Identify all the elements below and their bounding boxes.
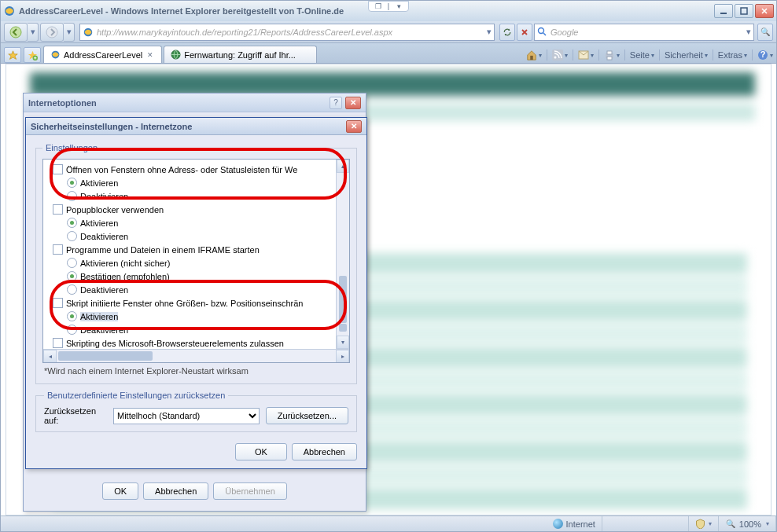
setting-iframe-launch[interactable]: Programme und Dateien in einem IFRAME st… [48,243,336,256]
horizontal-scrollbar[interactable]: ◂ ▸ [43,349,349,362]
setting-popup-blocker[interactable]: Popupblocker verwenden [48,203,336,216]
home-button[interactable]: ▾ [526,50,542,61]
option-deactivate[interactable]: Deaktivieren [48,283,336,296]
address-fav-icon [83,27,94,38]
setting-browser-control-scripting[interactable]: Skripting des Microsoft-Browsersteuerele… [48,336,336,349]
svg-rect-17 [607,57,612,60]
svg-point-6 [539,28,544,34]
help-button[interactable]: ?▾ [757,50,773,61]
ok-button[interactable]: OK [102,482,138,500]
globe-icon [553,519,563,529]
vertical-scrollbar[interactable]: ▴ ▾ [336,160,349,349]
option-activate[interactable]: Aktivieren [48,216,336,229]
forward-button[interactable] [40,23,64,42]
scroll-down-icon[interactable]: ▾ [337,336,349,349]
address-bar[interactable]: http://www.marykayintouch.de/reporting21… [79,24,495,41]
search-placeholder: Google [551,28,746,37]
stop-button[interactable] [517,24,532,41]
command-bar: ▾ ▾ ▾ ▾ Seite▾ Sicherheit▾ Extras▾ ?▾ [526,50,773,63]
mini-expand-icon[interactable]: ▾ [394,2,403,10]
reset-button[interactable]: Zurücksetzen... [266,407,348,424]
scroll-up-icon[interactable]: ▴ [337,160,349,173]
radio-icon [67,178,77,188]
checkbox-icon [53,298,63,308]
ok-button[interactable]: OK [235,443,287,460]
option-deactivate[interactable]: Deaktivieren [48,189,336,203]
shield-warn-icon [695,519,705,529]
dialog-close-button[interactable]: ✕ [345,97,361,109]
dialog-help-button[interactable]: ? [330,97,342,109]
status-zone[interactable]: Internet [547,516,602,531]
mail-button[interactable]: ▾ [578,50,594,60]
reset-level-select[interactable]: Mittelhoch (Standard) [113,408,260,424]
zoom-icon: 🔍 [726,519,736,529]
maximize-button[interactable] [735,4,753,18]
minimize-button[interactable] [714,4,733,18]
radio-icon [67,325,77,335]
page-menu[interactable]: Seite▾ [630,50,654,60]
back-dropdown[interactable]: ▾ [28,23,39,42]
zoom-control[interactable]: 🔍100%▾ [719,516,776,531]
radio-icon [67,231,77,241]
extras-menu[interactable]: Extras▾ [718,50,747,60]
refresh-button[interactable] [499,24,515,41]
search-provider-icon [537,27,547,37]
option-activate[interactable]: Aktivieren [48,310,336,323]
dialog-titlebar: Sicherheitseinstellungen - Internetzone … [26,118,366,135]
apply-button[interactable]: Übernehmen [213,482,287,500]
setting-open-windows-no-addressbar[interactable]: Öffnen von Fenstern ohne Adress- oder St… [48,163,336,176]
security-menu[interactable]: Sicherheit▾ [665,50,708,60]
globe-icon [171,50,181,60]
tab-close-icon[interactable]: ✕ [145,50,155,60]
scroll-left-icon[interactable]: ◂ [43,350,57,363]
dialog-close-button[interactable]: ✕ [346,120,362,133]
status-bar: Internet ▾ 🔍100%▾ [1,515,776,531]
tab-addresscareerlevel[interactable]: AddressCareerLevel ✕ [43,46,162,63]
titlebar: AddressCareerLevel - Windows Internet Ex… [1,1,776,21]
scroll-thumb[interactable] [58,351,153,361]
address-dropdown-icon[interactable]: ▾ [487,27,492,37]
checkbox-icon [53,244,63,255]
radio-icon [67,311,77,321]
option-confirm-recommended[interactable]: Bestätigen (empfohlen) [48,270,336,283]
cancel-button[interactable]: Abbrechen [143,482,208,500]
option-deactivate[interactable]: Deaktivieren [48,323,336,336]
favorites-add-button[interactable] [24,47,41,63]
close-button[interactable] [755,4,774,18]
protected-mode[interactable] [602,516,689,531]
tab-label: Fernwartung: Zugriff auf Ihr... [184,50,296,60]
settings-listbox: Öffnen von Fenstern ohne Adress- oder St… [42,159,350,363]
scroll-marker [339,324,347,332]
scroll-right-icon[interactable]: ▸ [336,350,349,363]
print-button[interactable]: ▾ [604,50,620,61]
scroll-thumb[interactable] [339,276,347,323]
svg-rect-16 [607,51,612,54]
favorites-star-button[interactable] [4,47,21,63]
feeds-button[interactable]: ▾ [552,50,568,61]
security-settings-dialog: Sicherheitseinstellungen - Internetzone … [25,117,367,469]
radio-icon [67,258,77,268]
tab-fernwartung[interactable]: Fernwartung: Zugriff auf Ihr... [164,46,317,63]
nav-toolbar: ▾ ▾ http://www.marykayintouch.de/reporti… [1,21,776,43]
ie-icon [50,50,61,60]
radio-icon [67,271,77,281]
tab-label: AddressCareerLevel [64,50,142,60]
dialog-titlebar: Internetoptionen ? ✕ [24,94,366,112]
search-box[interactable]: Google ▾ [534,24,754,41]
search-dropdown-icon[interactable]: ▾ [746,27,751,37]
forward-dropdown[interactable]: ▾ [64,23,75,42]
option-deactivate[interactable]: Deaktivieren [48,229,336,243]
svg-rect-11 [530,56,533,60]
option-activate[interactable]: Aktivieren [48,176,336,189]
mini-restore-icon[interactable]: ❐ [374,2,383,10]
window-buttons [714,4,774,18]
option-activate-unsafe[interactable]: Aktivieren (nicht sicher) [48,256,336,270]
setting-script-windows-no-constraints[interactable]: Skript initiierte Fenster ohne Größen- b… [48,296,336,310]
svg-point-3 [10,27,21,38]
search-go-button[interactable]: 🔍 [757,24,773,41]
status-mixed[interactable]: ▾ [689,516,719,531]
cancel-button[interactable]: Abbrechen [292,443,357,460]
radio-icon [67,191,77,201]
dialog-title: Internetoptionen [28,98,326,108]
back-button[interactable] [4,23,28,42]
